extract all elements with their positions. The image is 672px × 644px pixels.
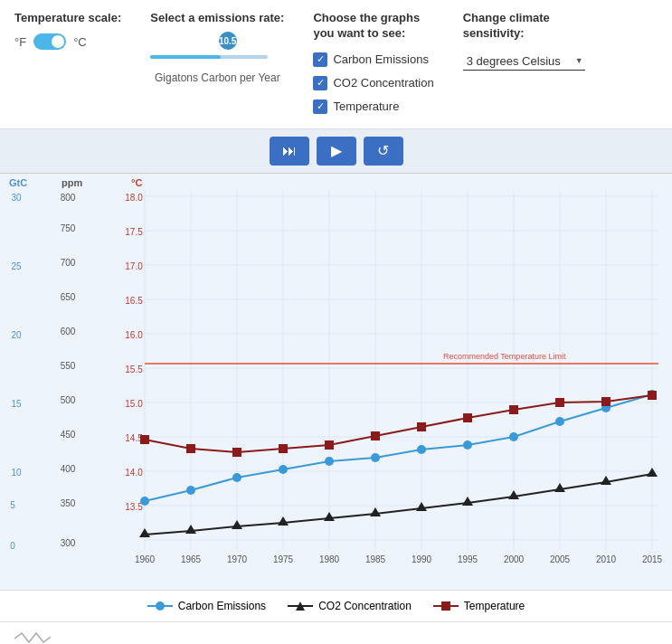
svg-text:700: 700: [61, 258, 76, 268]
svg-text:1960: 1960: [135, 554, 156, 564]
slider-track[interactable]: [150, 55, 268, 59]
svg-text:30: 30: [11, 193, 22, 203]
svg-text:1970: 1970: [227, 554, 248, 564]
svg-rect-93: [140, 435, 149, 444]
svg-rect-103: [601, 397, 610, 406]
checkbox-co2[interactable]: ✓ CO2 Concentration: [313, 76, 433, 90]
svg-text:15.5: 15.5: [125, 365, 143, 374]
chart-area: GtC 30 25 20 15 10 5 0 ppm 800 750 700 6…: [0, 174, 672, 590]
chart-svg: GtC 30 25 20 15 10 5 0 ppm 800 750 700 6…: [0, 174, 672, 590]
svg-text:1990: 1990: [412, 554, 432, 564]
svg-rect-99: [417, 422, 426, 431]
top-panel: Temperature scale: °F °C Select a emissi…: [0, 0, 672, 129]
svg-text:2000: 2000: [504, 554, 525, 564]
svg-text:2005: 2005: [550, 554, 571, 564]
climate-select[interactable]: 3 degrees Celsius 1.5 degrees Celsius 2 …: [463, 52, 585, 71]
svg-rect-100: [463, 413, 472, 422]
svg-text:650: 650: [61, 292, 76, 302]
svg-text:1985: 1985: [365, 554, 386, 564]
temp-toggle[interactable]: [33, 33, 66, 50]
svg-point-76: [463, 440, 472, 450]
legend-temp-icon: [433, 601, 459, 611]
celsius-label: °C: [73, 35, 87, 49]
checkbox-co2-label: CO2 Concentration: [333, 76, 433, 90]
svg-text:ppm: ppm: [62, 177, 82, 188]
climate-section: Change climate sensitivity: 3 degrees Ce…: [463, 11, 585, 71]
svg-text:GtC: GtC: [9, 177, 27, 188]
graph-select-title: Choose the graphs you want to see:: [313, 11, 433, 42]
svg-text:18.0: 18.0: [125, 193, 143, 203]
climate-select-wrapper: 3 degrees Celsius 1.5 degrees Celsius 2 …: [463, 52, 585, 71]
bottom-wave-icon: [14, 630, 51, 644]
svg-text:1975: 1975: [273, 554, 294, 564]
svg-rect-104: [648, 391, 657, 400]
svg-text:20: 20: [11, 330, 22, 340]
svg-text:Recommended Temperature Limit: Recommended Temperature Limit: [443, 352, 566, 361]
checkbox-co2-box[interactable]: ✓: [313, 76, 327, 90]
svg-text:1980: 1980: [319, 554, 340, 564]
svg-text:°C: °C: [131, 177, 142, 188]
svg-text:10: 10: [11, 468, 22, 478]
checkbox-carbon[interactable]: ✓ Carbon Emissions: [313, 52, 433, 67]
svg-rect-102: [555, 398, 564, 407]
svg-point-70: [186, 486, 195, 495]
checkbox-temp-box[interactable]: ✓: [313, 99, 327, 114]
svg-text:2010: 2010: [596, 554, 617, 564]
emissions-section: Select a emissions rate: 10.5 Gigatons C…: [150, 11, 284, 84]
checkbox-carbon-box[interactable]: ✓: [313, 52, 327, 67]
checkbox-carbon-label: Carbon Emissions: [333, 52, 429, 66]
svg-point-72: [279, 465, 288, 474]
legend-co2-icon: [288, 601, 313, 611]
svg-text:5: 5: [10, 500, 15, 510]
checkbox-temp[interactable]: ✓ Temperature: [313, 99, 433, 114]
svg-text:500: 500: [61, 395, 76, 405]
controls-bar: ⏭ ▶ ↺: [0, 129, 672, 174]
legend-temp-item: Temperature: [433, 600, 525, 612]
slider-thumb[interactable]: 10.5: [219, 32, 237, 50]
legend-carbon-label: Carbon Emissions: [178, 600, 266, 612]
svg-text:2015: 2015: [642, 554, 663, 564]
svg-text:25: 25: [11, 261, 22, 271]
legend-temp-label: Temperature: [464, 600, 525, 612]
svg-text:750: 750: [61, 223, 76, 233]
reset-button[interactable]: ↺: [364, 137, 403, 166]
svg-rect-110: [441, 601, 450, 611]
fahrenheit-label: °F: [14, 35, 26, 49]
svg-text:14.0: 14.0: [125, 468, 143, 478]
temperature-scale-section: Temperature scale: °F °C: [14, 11, 121, 50]
temp-scale-label: Temperature scale:: [14, 11, 121, 24]
svg-text:1965: 1965: [181, 554, 202, 564]
svg-text:600: 600: [61, 327, 76, 336]
svg-point-69: [140, 497, 149, 506]
svg-text:17.5: 17.5: [125, 227, 143, 237]
svg-point-106: [156, 601, 165, 611]
temp-toggle-row: °F °C: [14, 33, 121, 50]
svg-text:1995: 1995: [458, 554, 478, 564]
svg-text:15: 15: [11, 399, 22, 409]
slider-fill: [150, 55, 221, 59]
legend-carbon-item: Carbon Emissions: [147, 600, 266, 612]
step-button[interactable]: ⏭: [270, 137, 309, 166]
emissions-label: Select a emissions rate:: [150, 11, 284, 24]
svg-rect-101: [509, 405, 518, 414]
legend-co2-item: CO2 Concentration: [288, 600, 412, 612]
svg-text:13.5: 13.5: [125, 502, 143, 512]
legend-co2-label: CO2 Concentration: [318, 600, 412, 612]
checkbox-temp-label: Temperature: [333, 99, 399, 113]
svg-point-77: [509, 432, 518, 441]
play-button[interactable]: ▶: [317, 137, 356, 166]
svg-rect-98: [371, 431, 380, 440]
slider-container: 10.5: [150, 39, 268, 59]
climate-title: Change climate sensitivity:: [463, 11, 585, 42]
svg-text:0: 0: [10, 541, 15, 551]
svg-text:550: 550: [61, 361, 76, 371]
legend-carbon-icon: [147, 601, 173, 611]
bottom-decoration: [0, 621, 672, 644]
graph-select-section: Choose the graphs you want to see: ✓ Car…: [313, 11, 433, 118]
svg-rect-94: [186, 444, 195, 453]
emissions-unit: Gigatons Carbon per Year: [150, 71, 284, 84]
svg-rect-95: [232, 448, 241, 457]
svg-point-71: [232, 473, 241, 482]
svg-point-78: [555, 417, 564, 426]
svg-text:800: 800: [61, 193, 76, 203]
